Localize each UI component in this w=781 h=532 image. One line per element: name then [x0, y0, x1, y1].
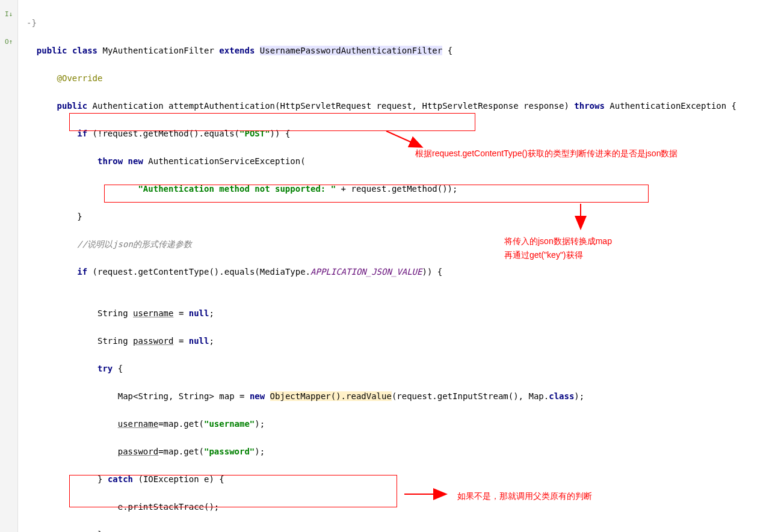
code-line[interactable]: } catch (IOException e) {	[18, 472, 781, 486]
editor-gutter: O↑ I↓	[0, 0, 18, 532]
code-line[interactable]: }	[18, 210, 781, 224]
code-line[interactable]: username=map.get("username");	[18, 417, 781, 431]
code-line[interactable]: public Authentication attemptAuthenticat…	[18, 99, 781, 113]
implement-icon[interactable]: I↓	[0, 10, 17, 18]
code-line[interactable]: try {	[18, 362, 781, 376]
code-line[interactable]: public class MyAuthenticationFilter exte…	[18, 44, 781, 58]
code-line[interactable]: -}	[18, 16, 781, 30]
code-line[interactable]: }	[18, 528, 781, 532]
code-line[interactable]: String password = null;	[18, 334, 781, 348]
code-line[interactable]: password=map.get("password");	[18, 445, 781, 459]
code-line[interactable]: @Override	[18, 72, 781, 85]
code-line[interactable]: if (request.getContentType().equals(Medi…	[18, 265, 781, 279]
arrow-icon	[402, 488, 450, 500]
code-line[interactable]: //说明以json的形式传递参数	[18, 237, 781, 251]
override-icon[interactable]: O↑	[0, 38, 17, 46]
annotation-text: 根据request.getContentType()获取的类型判断传进来的是否是…	[415, 147, 678, 161]
annotation-text: 如果不是，那就调用父类原有的判断	[457, 489, 592, 503]
code-line[interactable]: String username = null;	[18, 307, 781, 320]
code-editor[interactable]: -} public class MyAuthenticationFilter e…	[18, 0, 781, 532]
code-line[interactable]: if (!request.getMethod().equals("POST"))…	[18, 127, 781, 141]
annotation-text: 将传入的json数据转换成map 再通过get("key")获得	[504, 234, 612, 262]
code-line[interactable]: "Authentication method not supported: " …	[18, 182, 781, 196]
code-line[interactable]: e.printStackTrace();	[18, 500, 781, 514]
code-line[interactable]: Map<String, String> map = new ObjectMapp…	[18, 390, 781, 403]
